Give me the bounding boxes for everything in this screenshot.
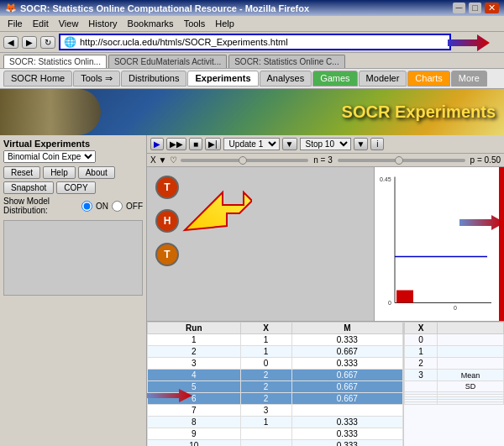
step-button[interactable]: ▶| (205, 138, 221, 150)
table-row: 73 (148, 405, 403, 417)
forward-button[interactable]: ▶ (22, 36, 37, 49)
nav-tab-games[interactable]: Games (312, 71, 357, 87)
nav-tab-analyses[interactable]: Analyses (260, 71, 312, 87)
right-col-header-label (438, 323, 504, 334)
svg-marker-10 (147, 389, 192, 402)
snapshot-button[interactable]: Snapshot (3, 181, 54, 194)
model-dist-off-label: OFF (126, 202, 143, 211)
col-header-m: M (291, 323, 402, 334)
svg-text:0: 0 (388, 300, 391, 306)
nav-tab-tools[interactable]: Tools ⇒ (73, 71, 120, 87)
coin-canvas: T H T (147, 167, 374, 321)
menu-tools[interactable]: Tools (180, 18, 210, 29)
slider-group: n = 3 p = 0.50 (181, 155, 501, 165)
right-red-bar (499, 167, 504, 321)
n-slider-track[interactable] (181, 159, 308, 162)
nav-tab-home[interactable]: SOCR Home (3, 71, 72, 87)
stop-select-btn[interactable]: ▼ (282, 138, 297, 150)
table-row: 810.333 (148, 417, 403, 428)
btn-row-2: Snapshot COPY (3, 181, 143, 194)
stop-drop-btn[interactable]: ▼ (354, 138, 369, 150)
table-right: X 0123MeanSD (403, 322, 504, 446)
table-cell-3-1: 2 (240, 370, 291, 381)
info-button[interactable]: i (370, 138, 384, 150)
back-button[interactable]: ◀ (3, 36, 18, 49)
table-cell-2-0: 3 (148, 358, 241, 370)
table-row: 210.667 (148, 346, 403, 358)
update-select[interactable]: Update 1 (223, 138, 280, 150)
right-table-row: SD (405, 381, 504, 392)
right-table-row (405, 402, 504, 405)
nav-tabs: SOCR Home Tools ⇒ Distributions Experime… (0, 69, 504, 89)
reset-button[interactable]: Reset (3, 166, 40, 179)
tab-label-0: SOCR: Statistics Onlin... (9, 57, 101, 66)
slider-row: X ▼ ♡ n = 3 p = 0.50 (147, 154, 504, 167)
nav-tab-experiments[interactable]: Experiments (187, 71, 258, 87)
heart-icon: ♡ (170, 155, 177, 165)
table-cell-0-0: 1 (148, 334, 241, 346)
copy-button[interactable]: COPY (56, 181, 95, 194)
n-slider-thumb[interactable] (239, 156, 247, 165)
table-cell-2-2: 0.333 (291, 358, 402, 370)
chart-red-arrow (459, 213, 504, 233)
play-button[interactable]: ▶ (150, 138, 164, 150)
close-btn[interactable]: ✕ (485, 3, 499, 13)
browser-tab-2[interactable]: SOCR: Statistics Online C... (228, 55, 344, 68)
coin-t1[interactable]: T (155, 176, 179, 199)
stop-button[interactable]: ■ (189, 138, 202, 150)
data-table: Run X M 110.333210.667300.333420.667520.… (147, 322, 403, 446)
p-slider-track[interactable] (338, 159, 465, 162)
menu-help[interactable]: Help (211, 18, 239, 29)
p-slider-thumb[interactable] (395, 156, 403, 165)
menu-history[interactable]: History (84, 18, 121, 29)
table-red-arrow (147, 387, 193, 406)
menu-view[interactable]: View (55, 18, 83, 29)
model-dist-on-radio[interactable] (81, 201, 92, 212)
nav-tab-modeler[interactable]: Modeler (359, 71, 407, 87)
nav-tab-charts[interactable]: Charts (407, 71, 449, 87)
stop-select[interactable]: Stop 10 (300, 138, 351, 150)
maximize-btn[interactable]: □ (469, 3, 481, 13)
table-cell-6-0: 7 (148, 405, 241, 417)
model-dist-off-radio[interactable] (112, 201, 123, 212)
tab-label-2: SOCR: Statistics Online C... (234, 57, 339, 66)
fast-forward-button[interactable]: ▶▶ (166, 138, 186, 150)
right-col-header-x: X (405, 323, 438, 334)
browser-tab-1[interactable]: SOCR EduMaterials Activit... (108, 55, 227, 68)
minimize-btn[interactable]: ─ (453, 3, 466, 13)
browser-tabs: SOCR: Statistics Onlin... SOCR EduMateri… (0, 53, 504, 69)
svg-marker-1 (185, 192, 252, 230)
table-cell-6-1: 3 (240, 405, 291, 417)
menu-bookmarks[interactable]: Bookmarks (123, 18, 178, 29)
refresh-button[interactable]: ↻ (40, 36, 55, 49)
table-row: 420.667 (148, 370, 403, 381)
about-button[interactable]: About (78, 166, 115, 179)
table-cell-1-0: 2 (148, 346, 241, 358)
experiment-select[interactable]: Binomial Coin Experiment (3, 150, 96, 163)
model-dist-label: Show Model Distribution: (3, 197, 78, 215)
table-cell-4-1: 2 (240, 381, 291, 393)
btn-row-1: Reset Help About (3, 166, 143, 179)
svg-text:0.45: 0.45 (380, 176, 391, 182)
right-cell-label-9 (438, 402, 504, 405)
address-input[interactable] (80, 37, 446, 47)
svg-marker-0 (448, 34, 490, 51)
coin-h[interactable]: H (155, 209, 179, 233)
n-label: n = 3 (313, 155, 333, 165)
nav-tab-more[interactable]: More (451, 71, 487, 87)
nav-tab-distributions[interactable]: Distributions (121, 71, 187, 87)
right-cell-x-3: 3 (405, 370, 438, 381)
table-cell-9-0: 10 (148, 440, 241, 447)
table-cell-7-1: 1 (240, 417, 291, 428)
table-cell-0-1: 1 (240, 334, 291, 346)
menu-edit[interactable]: Edit (29, 18, 53, 29)
coin-t2[interactable]: T (155, 243, 179, 266)
help-button[interactable]: Help (43, 166, 76, 179)
browser-tab-0[interactable]: SOCR: Statistics Onlin... (3, 55, 107, 68)
menu-file[interactable]: File (3, 18, 27, 29)
right-cell-label-3: Mean (438, 370, 504, 381)
table-cell-5-1: 2 (240, 393, 291, 405)
right-cell-x-2: 2 (405, 358, 438, 370)
table-left: Run X M 110.333210.667300.333420.667520.… (147, 322, 403, 446)
table-row: 90.333 (148, 428, 403, 440)
